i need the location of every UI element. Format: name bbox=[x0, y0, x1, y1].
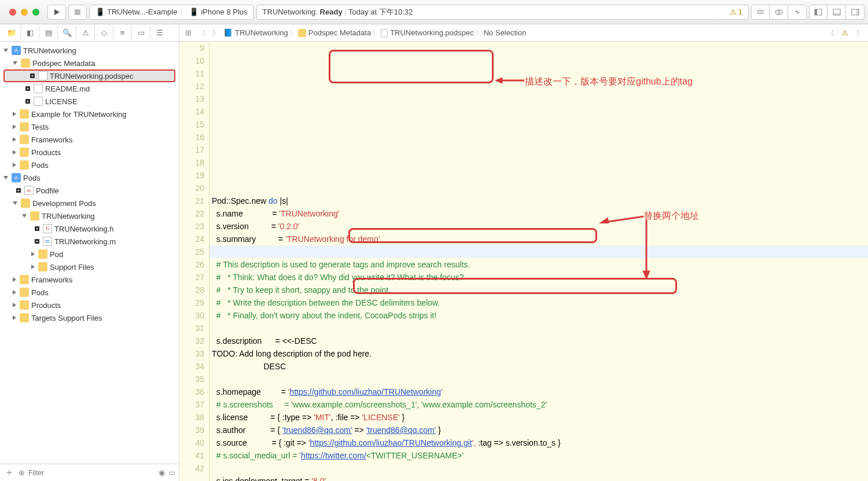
group-targets-support[interactable]: Targets Support Files bbox=[0, 311, 179, 324]
project-navigator-tab[interactable]: 📁 bbox=[2, 25, 21, 41]
code-line[interactable]: # s.screenshots = 'www.example.com/scree… bbox=[209, 398, 868, 411]
code-line[interactable] bbox=[209, 322, 868, 335]
file-podspec[interactable]: TRUNetworking.podspec bbox=[3, 69, 175, 82]
project-tree[interactable]: ATRUNetworking Podspec Metadata TRUNetwo… bbox=[0, 42, 179, 464]
chevron-down-icon[interactable] bbox=[3, 176, 8, 179]
project-pods[interactable]: APods bbox=[0, 171, 179, 184]
back-button[interactable]: 〈 bbox=[196, 28, 208, 38]
code-content[interactable]: 描述改一下，版本号要对应github上的tag 替换两个地址 Pod::Spec… bbox=[209, 42, 868, 481]
related-items-icon[interactable]: ⊞ bbox=[182, 28, 194, 37]
issue-navigator-tab[interactable]: ⚠ bbox=[76, 25, 95, 41]
warning-indicator[interactable]: ⚠ 1 bbox=[730, 8, 742, 16]
find-navigator-tab[interactable]: 🔍 bbox=[58, 25, 76, 41]
code-line[interactable]: s.license = { :type => 'MIT', :file => '… bbox=[209, 411, 868, 424]
toggle-bottom-panel[interactable] bbox=[827, 5, 846, 20]
chevron-right-icon[interactable] bbox=[13, 290, 16, 295]
group-support-files[interactable]: Support Files bbox=[0, 260, 179, 273]
group-pods-generated[interactable]: Pods bbox=[0, 159, 179, 171]
file-podfile[interactable]: rbPodfile bbox=[0, 184, 179, 197]
symbol-navigator-tab[interactable]: ▤ bbox=[39, 25, 58, 41]
file-header[interactable]: hTRUNetworking.h bbox=[0, 222, 179, 235]
chevron-down-icon[interactable] bbox=[3, 49, 8, 52]
chevron-right-icon[interactable] bbox=[13, 303, 16, 307]
group-pods2[interactable]: Pods bbox=[0, 286, 179, 299]
report-navigator-tab[interactable]: ☰ bbox=[150, 25, 169, 41]
jump-item-symbol[interactable]: No Selection bbox=[484, 28, 527, 37]
chevron-down-icon[interactable] bbox=[13, 61, 17, 65]
group-frameworks[interactable]: Frameworks bbox=[0, 133, 179, 146]
filter-scope-icon[interactable]: ◉ bbox=[159, 468, 165, 477]
run-button[interactable] bbox=[47, 5, 66, 20]
code-line[interactable]: s.summary = 'TRUNetworking for demo' bbox=[209, 233, 868, 245]
chevron-right-icon[interactable] bbox=[13, 137, 16, 142]
code-line[interactable] bbox=[209, 462, 868, 475]
jump-item-group[interactable]: Podspec Metadata bbox=[298, 28, 371, 37]
jump-item-project[interactable]: 📘TRUNetworking bbox=[223, 28, 288, 37]
chevron-right-icon[interactable] bbox=[13, 150, 16, 155]
code-line[interactable]: # This description is used to generate t… bbox=[209, 258, 868, 271]
chevron-right-icon[interactable] bbox=[31, 252, 35, 256]
jump-prev-icon[interactable]: 〈 bbox=[824, 28, 837, 38]
chevron-right-icon[interactable] bbox=[13, 124, 16, 129]
code-line[interactable]: s.author = { 'truend86@qq.com' => 'truen… bbox=[209, 424, 868, 436]
file-license[interactable]: LICENSE bbox=[0, 95, 179, 108]
group-example[interactable]: Example for TRUNetworking bbox=[0, 108, 179, 120]
breakpoint-navigator-tab[interactable]: ▭ bbox=[132, 25, 150, 41]
jump-item-file[interactable]: TRUNetworking.podspec bbox=[381, 28, 474, 37]
code-line[interactable]: # * Try to keep it short, snappy and to … bbox=[209, 284, 868, 296]
chevron-right-icon[interactable] bbox=[13, 163, 16, 167]
chevron-right-icon[interactable] bbox=[31, 265, 35, 269]
code-line[interactable]: s.ios.deployment_target = '8.0' bbox=[209, 475, 868, 481]
code-line[interactable]: DESC bbox=[209, 360, 868, 373]
file-readme[interactable]: README.md bbox=[0, 82, 179, 95]
stop-button[interactable] bbox=[68, 5, 87, 20]
standard-editor-button[interactable] bbox=[751, 5, 770, 20]
issue-indicator[interactable]: ⚠ bbox=[841, 28, 848, 37]
group-products[interactable]: Products bbox=[0, 146, 179, 159]
group-dev-pods[interactable]: Development Pods bbox=[0, 197, 179, 210]
add-button[interactable]: ＋ bbox=[3, 467, 15, 479]
code-line[interactable]: Pod::Spec.new do |s| bbox=[209, 194, 868, 207]
scheme-selector[interactable]: 📱 TRUNetw...-Example 〉 📱 iPhone 8 Plus bbox=[89, 5, 254, 20]
source-control-tab[interactable]: ◧ bbox=[21, 25, 39, 41]
zoom-window[interactable] bbox=[32, 9, 39, 16]
group-frameworks2[interactable]: Frameworks bbox=[0, 273, 179, 286]
code-line[interactable]: s.description = <<-DESC bbox=[209, 335, 868, 347]
project-root[interactable]: ATRUNetworking bbox=[0, 44, 179, 57]
code-line[interactable]: # s.social_media_url = 'https://twitter.… bbox=[209, 449, 868, 462]
group-tests[interactable]: Tests bbox=[0, 120, 179, 133]
code-line[interactable]: s.version = '0.2.0' bbox=[209, 220, 868, 233]
close-window[interactable] bbox=[9, 9, 16, 16]
toggle-left-panel[interactable] bbox=[809, 5, 827, 20]
chevron-right-icon[interactable] bbox=[13, 315, 16, 320]
chevron-right-icon[interactable] bbox=[13, 112, 16, 116]
code-line[interactable]: TODO: Add long description of the pod he… bbox=[209, 347, 868, 360]
filter-input[interactable] bbox=[28, 469, 155, 477]
code-line[interactable]: # * Write the description between the DE… bbox=[209, 296, 868, 309]
code-editor[interactable]: 9101112131415161718192021222324252627282… bbox=[179, 42, 868, 481]
code-line[interactable]: # * Think: What does it do? Why did you … bbox=[209, 271, 868, 284]
chevron-down-icon[interactable] bbox=[13, 201, 17, 205]
group-products2[interactable]: Products bbox=[0, 299, 179, 311]
code-line[interactable]: # * Finally, don't worry about the inden… bbox=[209, 309, 868, 322]
group-podspec-metadata[interactable]: Podspec Metadata bbox=[0, 57, 179, 69]
assistant-editor-button[interactable] bbox=[770, 5, 788, 20]
debug-navigator-tab[interactable]: ≡ bbox=[113, 25, 132, 41]
jump-next-icon[interactable]: 〉 bbox=[853, 28, 866, 38]
file-impl[interactable]: mTRUNetworking.m bbox=[0, 235, 179, 248]
toggle-right-panel[interactable] bbox=[846, 5, 865, 20]
code-line[interactable]: s.name = 'TRUNetworking' bbox=[209, 207, 868, 220]
code-line[interactable]: s.homepage = 'https://github.com/liuzhao… bbox=[209, 385, 868, 398]
code-line[interactable] bbox=[209, 245, 868, 258]
code-line[interactable]: s.source = { :git => 'https://github.com… bbox=[209, 436, 868, 449]
code-line[interactable] bbox=[209, 373, 868, 385]
forward-button[interactable]: 〉 bbox=[209, 28, 222, 38]
minimize-window[interactable] bbox=[21, 9, 28, 16]
version-editor-button[interactable] bbox=[788, 5, 807, 20]
chevron-right-icon[interactable] bbox=[13, 277, 16, 282]
test-navigator-tab[interactable]: ◇ bbox=[95, 25, 113, 41]
chevron-down-icon[interactable] bbox=[22, 214, 27, 218]
group-pod[interactable]: Pod bbox=[0, 248, 179, 260]
group-trunetworking[interactable]: TRUNetworking bbox=[0, 210, 179, 222]
filter-clock-icon[interactable]: ▭ bbox=[168, 468, 175, 477]
